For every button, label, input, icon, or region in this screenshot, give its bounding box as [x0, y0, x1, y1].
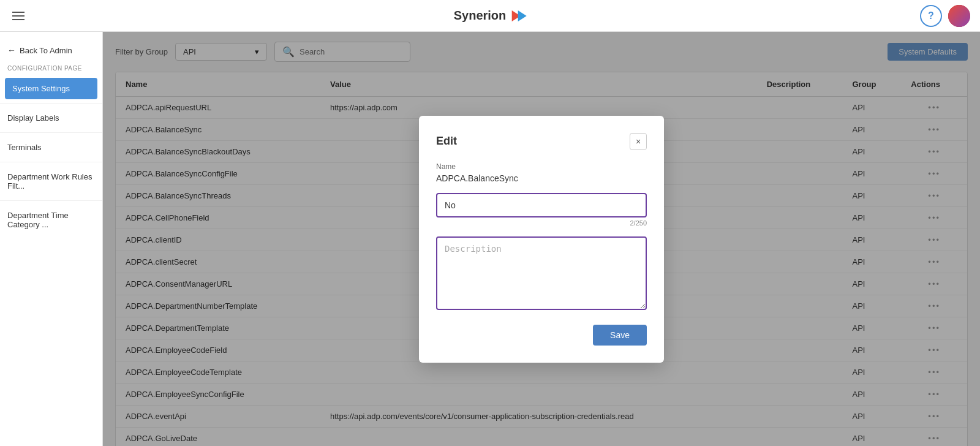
modal-footer: Save: [436, 325, 647, 346]
char-count: 2/250: [436, 219, 647, 227]
modal-close-button[interactable]: ×: [630, 133, 647, 150]
topnav: Synerion ?: [0, 0, 980, 32]
back-to-admin-label: Back To Admin: [20, 46, 72, 55]
help-button[interactable]: ?: [920, 5, 942, 27]
brand-logo: Synerion: [454, 9, 527, 23]
sidebar: ← Back To Admin CONFIGURATION PAGE Syste…: [0, 32, 103, 446]
sidebar-divider-2: [0, 132, 102, 133]
config-page-label: CONFIGURATION PAGE: [0, 61, 102, 78]
content-area: Filter by Group API ▾ 🔍 System Defaults …: [103, 32, 980, 446]
svg-point-1: [948, 5, 970, 27]
sidebar-item-system-settings[interactable]: System Settings: [5, 78, 97, 99]
sidebar-divider-4: [0, 200, 102, 201]
modal-description-textarea[interactable]: [436, 236, 647, 310]
modal-header: Edit ×: [436, 133, 647, 150]
sidebar-divider-3: [0, 162, 102, 162]
modal-value-input[interactable]: [436, 193, 647, 217]
edit-modal: Edit × Name ADPCA.BalanceSync 2/250: [419, 116, 664, 363]
sidebar-item-dept-work-rules[interactable]: Department Work Rules Filt...: [0, 166, 102, 197]
brand-name: Synerion: [454, 9, 507, 23]
sidebar-divider-1: [0, 103, 102, 104]
modal-overlay: Edit × Name ADPCA.BalanceSync 2/250: [103, 32, 980, 446]
sidebar-item-display-labels[interactable]: Display Labels: [0, 107, 102, 129]
back-to-admin-link[interactable]: ← Back To Admin: [0, 39, 102, 61]
modal-title: Edit: [436, 135, 457, 148]
user-avatar[interactable]: [948, 5, 970, 27]
hamburger-menu[interactable]: [10, 9, 27, 23]
main-layout: ← Back To Admin CONFIGURATION PAGE Syste…: [0, 32, 980, 446]
topnav-right: ?: [920, 5, 970, 27]
modal-name-field: Name ADPCA.BalanceSync: [436, 162, 647, 183]
modal-name-label: Name: [436, 162, 647, 171]
modal-description-field: [436, 236, 647, 312]
modal-name-value: ADPCA.BalanceSync: [436, 173, 647, 183]
back-arrow-icon: ←: [7, 45, 16, 55]
sidebar-item-dept-time-category[interactable]: Department Time Category ...: [0, 205, 102, 235]
modal-value-field: 2/250: [436, 193, 647, 227]
sidebar-item-terminals[interactable]: Terminals: [0, 137, 102, 158]
save-button[interactable]: Save: [593, 325, 647, 346]
brand-icon: [510, 10, 526, 21]
